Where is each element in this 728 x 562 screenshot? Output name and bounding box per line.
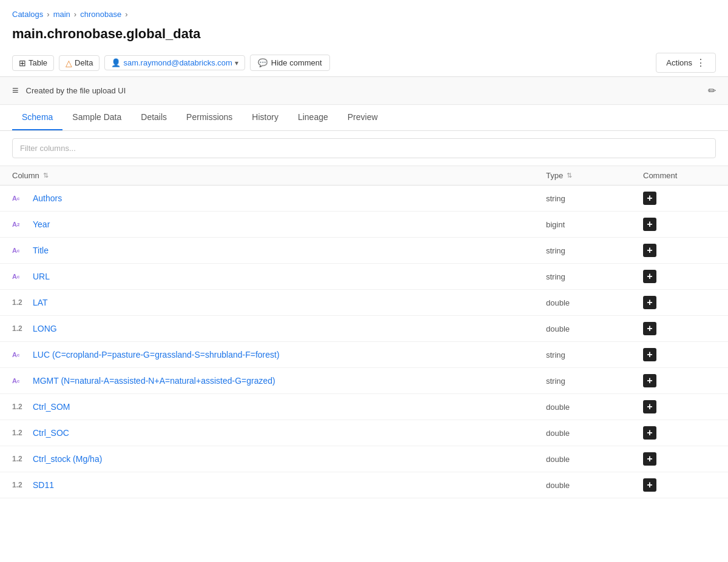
comment-icon: 💬 xyxy=(258,58,268,67)
column-link[interactable]: Ctrl_SOC xyxy=(33,428,69,438)
add-comment-button[interactable]: + xyxy=(643,192,656,205)
type-sort-icon[interactable]: ⇅ xyxy=(567,172,572,179)
column-sort-icon[interactable]: ⇅ xyxy=(43,172,49,179)
column-type-cell: string xyxy=(546,350,643,360)
delta-label: Delta xyxy=(75,58,93,67)
add-comment-button[interactable]: + xyxy=(643,374,656,387)
tabs-nav: Schema Sample Data Details Permissions H… xyxy=(0,105,728,131)
add-comment-button[interactable]: + xyxy=(643,322,656,335)
column-type-icon: Ac xyxy=(12,247,28,254)
tab-history[interactable]: History xyxy=(242,105,288,130)
table-header: Column ⇅ Type ⇅ Comment xyxy=(0,166,728,186)
table-row: 1.2 Ctrl_stock (Mg/ha) double + xyxy=(0,446,728,472)
table-row: 1.2 Ctrl_SOC double + xyxy=(0,420,728,446)
column-type-cell: double xyxy=(546,298,643,307)
column-type-cell: string xyxy=(546,194,643,203)
column-type-icon: 1.2 xyxy=(12,455,28,463)
breadcrumb-main[interactable]: main xyxy=(53,10,70,19)
filter-bar xyxy=(0,131,728,166)
column-comment-cell: + xyxy=(643,478,716,492)
edit-icon[interactable]: ✏ xyxy=(708,85,716,96)
column-link[interactable]: Title xyxy=(33,246,49,255)
user-icon: 👤 xyxy=(111,58,121,67)
column-type-icon: 1.2 xyxy=(12,298,28,307)
column-name-cell: Ac LUC (C=cropland-P=pasture-G=grassland… xyxy=(12,350,546,360)
column-comment-cell: + xyxy=(643,452,716,466)
column-link[interactable]: MGMT (N=natural-A=assisted-N+A=natural+a… xyxy=(33,376,275,386)
tab-sample-data[interactable]: Sample Data xyxy=(62,105,131,130)
column-comment-cell: + xyxy=(643,244,716,257)
add-comment-button[interactable]: + xyxy=(643,270,656,283)
page-title: main.chronobase.global_data xyxy=(0,24,728,49)
user-badge[interactable]: 👤 sam.raymond@databricks.com ▾ xyxy=(104,55,244,70)
tab-preview[interactable]: Preview xyxy=(338,105,388,130)
add-comment-button[interactable]: + xyxy=(643,296,656,309)
column-type-cell: double xyxy=(546,429,643,438)
column-link[interactable]: LAT xyxy=(33,298,48,307)
column-link[interactable]: Authors xyxy=(33,193,62,203)
column-link[interactable]: URL xyxy=(33,272,50,281)
add-comment-button[interactable]: + xyxy=(643,400,656,413)
table-row: 1.2 LAT double + xyxy=(0,290,728,316)
column-link[interactable]: LONG xyxy=(33,324,57,333)
column-name-cell: 1.2 SD11 xyxy=(12,480,546,490)
hide-comment-button[interactable]: 💬 Hide comment xyxy=(250,55,330,71)
column-type-icon: Ac xyxy=(12,377,28,384)
column-name-cell: 1.2 Ctrl_SOM xyxy=(12,402,546,412)
column-type-cell: double xyxy=(546,455,643,464)
column-comment-cell: + xyxy=(643,192,716,205)
column-link[interactable]: SD11 xyxy=(33,480,54,490)
comment-bubble-icon: ≡ xyxy=(12,84,19,97)
column-type-cell: double xyxy=(546,481,643,490)
table-row: Ac URL string + xyxy=(0,264,728,290)
column-link[interactable]: Ctrl_stock (Mg/ha) xyxy=(33,454,102,464)
column-comment-cell: + xyxy=(643,270,716,283)
column-comment-cell: + xyxy=(643,426,716,440)
table-row: 1.2 LONG double + xyxy=(0,316,728,342)
table-icon: ⊞ xyxy=(19,58,26,68)
table-row: Ac Title string + xyxy=(0,238,728,264)
user-email: sam.raymond@databricks.com xyxy=(123,58,232,67)
breadcrumb-catalogs[interactable]: Catalogs xyxy=(12,10,43,19)
add-comment-button[interactable]: + xyxy=(643,244,656,257)
filter-columns-input[interactable] xyxy=(12,138,716,158)
column-type-icon: 1.2 xyxy=(12,324,28,333)
column-link[interactable]: LUC (C=cropland-P=pasture-G=grassland-S=… xyxy=(33,350,280,360)
breadcrumb: Catalogs › main › chronobase › xyxy=(0,0,728,24)
toolbar: ⊞ Table △ Delta 👤 sam.raymond@databricks… xyxy=(0,49,728,77)
table-row: 1.2 Ctrl_SOM double + xyxy=(0,394,728,420)
comment-bar: ≡ Created by the file upload UI ✏ xyxy=(0,77,728,105)
table-badge[interactable]: ⊞ Table xyxy=(12,55,54,71)
add-comment-button[interactable]: + xyxy=(643,478,656,492)
add-comment-button[interactable]: + xyxy=(643,452,656,466)
add-comment-button[interactable]: + xyxy=(643,348,656,361)
tab-permissions[interactable]: Permissions xyxy=(177,105,242,130)
table-label: Table xyxy=(29,58,47,67)
delta-badge[interactable]: △ Delta xyxy=(59,55,99,71)
schema-table: Ac Authors string + A2 Year bigint + Ac … xyxy=(0,186,728,498)
column-type-icon: 1.2 xyxy=(12,429,28,437)
add-comment-button[interactable]: + xyxy=(643,218,656,231)
column-name-cell: 1.2 Ctrl_stock (Mg/ha) xyxy=(12,454,546,464)
actions-label: Actions xyxy=(666,58,692,67)
column-name-cell: Ac MGMT (N=natural-A=assisted-N+A=natura… xyxy=(12,376,546,386)
column-type-cell: string xyxy=(546,376,643,386)
table-row: Ac MGMT (N=natural-A=assisted-N+A=natura… xyxy=(0,368,728,394)
type-header: Type ⇅ xyxy=(546,171,643,180)
tab-schema[interactable]: Schema xyxy=(12,105,62,130)
table-row: Ac Authors string + xyxy=(0,186,728,212)
tab-details[interactable]: Details xyxy=(131,105,177,130)
tab-lineage[interactable]: Lineage xyxy=(288,105,338,130)
breadcrumb-chronobase[interactable]: chronobase xyxy=(80,10,121,19)
column-type-icon: A2 xyxy=(12,221,28,228)
column-type-icon: 1.2 xyxy=(12,481,28,489)
column-type-cell: double xyxy=(546,403,643,412)
column-link[interactable]: Ctrl_SOM xyxy=(33,402,70,412)
column-link[interactable]: Year xyxy=(33,219,50,229)
column-name-cell: 1.2 LONG xyxy=(12,324,546,333)
column-type-cell: string xyxy=(546,272,643,281)
column-comment-cell: + xyxy=(643,218,716,231)
actions-button[interactable]: Actions ⋮ xyxy=(656,53,716,73)
column-comment-cell: + xyxy=(643,374,716,387)
add-comment-button[interactable]: + xyxy=(643,426,656,440)
